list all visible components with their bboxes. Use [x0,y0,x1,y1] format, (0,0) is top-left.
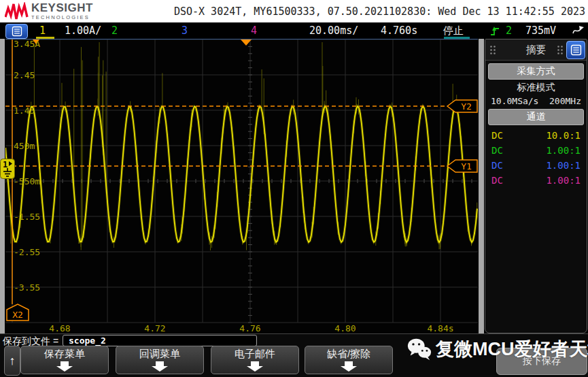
ch1-button[interactable]: 1 [39,24,46,37]
channel-1-row[interactable]: DC 10.0:1 [485,129,587,144]
acquisition-mode-button[interactable]: 采集方式 [488,63,584,80]
ch2-button[interactable]: 2 [111,24,118,37]
channel-3-row[interactable]: DC 1.00:1 [485,159,587,174]
x-axis-label: 4.84s [427,323,453,333]
sample-rate: 10.0MSa/s [491,96,538,106]
y-axis-label: 3.45A [14,39,40,49]
down-arrow-icon [54,361,75,372]
svg-text:Y1: Y1 [461,161,472,171]
y-axis-label: 1.45 [14,105,35,116]
x-axis-label: 4.72 [144,323,165,333]
ch1-waveform [5,106,477,242]
probe-ratio: 1.00:1 [546,175,581,188]
coupling: DC [491,130,503,144]
ch1-scale[interactable]: 1.00A/ [65,24,101,37]
channel-4-row[interactable]: DC 1.00:1 [485,174,587,189]
x-axis-label: 4.76 [239,323,260,333]
y-axis-label: -550m [14,176,40,186]
y-axis-label: 2.45 [14,70,35,80]
y-axis-label: -3.55 [14,282,40,293]
top-header: KEYSIGHT TECHNOLOGIES DSO-X 3024T, MY615… [0,0,588,22]
main-menu-button[interactable] [5,24,28,39]
grip-dots-right-icon [557,45,564,55]
summary-sidebar: 摘要 采集方式 标准模式 10.0MSa/s 200MHz 通道 DC 10.0… [485,39,587,333]
bandwidth: 200MHz [549,96,581,106]
softkey-recall-menu[interactable]: 回调菜单 [116,346,204,374]
run-status: 停止 [443,24,464,37]
channels-button[interactable]: 通道 [488,109,584,125]
x-axis-label: 4.68 [49,323,70,333]
sidebar-header[interactable]: 摘要 [485,39,587,61]
softkey-label: 保存菜单 [44,348,85,361]
y-axis-label: 450m [14,141,35,151]
wechat-icon [407,336,432,362]
cursor-y1-handle[interactable]: Y1 [447,160,477,172]
brand-sub: TECHNOLOGIES [31,15,93,20]
y-axis-label: -1.55 [14,212,40,222]
ch1-marker-label: 1 [3,160,7,169]
coupling: DC [491,160,503,174]
trigger-source[interactable]: 2 [506,24,512,37]
coupling: DC [491,175,503,188]
softkey-label: 回调菜单 [139,348,180,361]
brand-block: KEYSIGHT TECHNOLOGIES [31,2,93,20]
rising-edge-icon [489,25,500,37]
probe-ratio: 1.00:1 [546,160,581,174]
left-drag-strip[interactable] [0,39,5,333]
menu-list-icon [570,44,582,56]
menu-list-icon [12,26,22,37]
keysight-logo-icon [5,2,29,20]
ch3-button[interactable]: 3 [181,24,188,37]
grip-dots-left-icon [489,45,496,55]
delay-readout[interactable]: 4.760s [381,24,417,37]
channel-2-row[interactable]: DC 1.00:1 [485,144,587,159]
sidebar-title: 摘要 [526,44,547,56]
trigger-level[interactable]: 735mV [525,24,556,37]
down-arrow-icon [339,361,359,372]
instrument-info: DSO-X 3024T, MY61500333, 07.50.202110283… [174,5,585,18]
probe-ratio: 10.0:1 [546,130,581,144]
timebase-readout[interactable]: 20.00ms/ [309,24,358,37]
channel-status-bar: 1 1.00A/ 2 3 4 20.00ms/ 4.760s 停止 2 735m… [0,22,588,39]
watermark-text: 复微MCU爱好者天地 [436,337,588,361]
softkey-default-erase[interactable]: 缺省/擦除 [305,346,393,374]
brand-name: KEYSIGHT [31,2,93,14]
back-up-button[interactable]: ↑ [4,346,20,376]
x-axis-label: 4.80 [334,323,356,333]
acquisition-mode-value: 标准模式 [485,82,587,94]
watermark: 复微MCU爱好者天地 [407,336,588,362]
down-arrow-icon [150,361,170,372]
svg-text:X2: X2 [12,310,23,320]
softkey-label: 缺省/擦除 [327,348,370,361]
filename-input[interactable]: scope_2 [63,335,257,346]
ch4-button[interactable]: 4 [251,24,257,37]
y-axis-label: -2.55 [14,247,40,257]
ch1-ground-marker[interactable]: 1 [0,159,15,179]
rate-row: 10.0MSa/s 200MHz [485,94,587,106]
softkey-save-menu[interactable]: 保存菜单 [20,346,109,374]
touch-drag-icon[interactable] [572,24,585,36]
right-drag-strip[interactable] [479,39,484,333]
sidebar-menu-button[interactable] [566,41,585,59]
coupling: DC [491,145,503,159]
svg-text:Y2: Y2 [461,101,472,112]
softkey-email[interactable]: 电子邮件 [211,346,299,374]
waveform-plot[interactable]: Y2Y1X23.45A2.451.45450m-550m-1.55-2.55-3… [5,39,478,333]
down-arrow-icon [245,361,265,372]
cursor-x2-handle[interactable]: X2 [7,304,29,321]
channel-list: DC 10.0:1DC 1.00:1DC 1.00:1DC 1.00:1 [485,129,587,189]
softkey-label: 电子邮件 [235,348,275,361]
probe-ratio: 1.00:1 [546,145,581,159]
